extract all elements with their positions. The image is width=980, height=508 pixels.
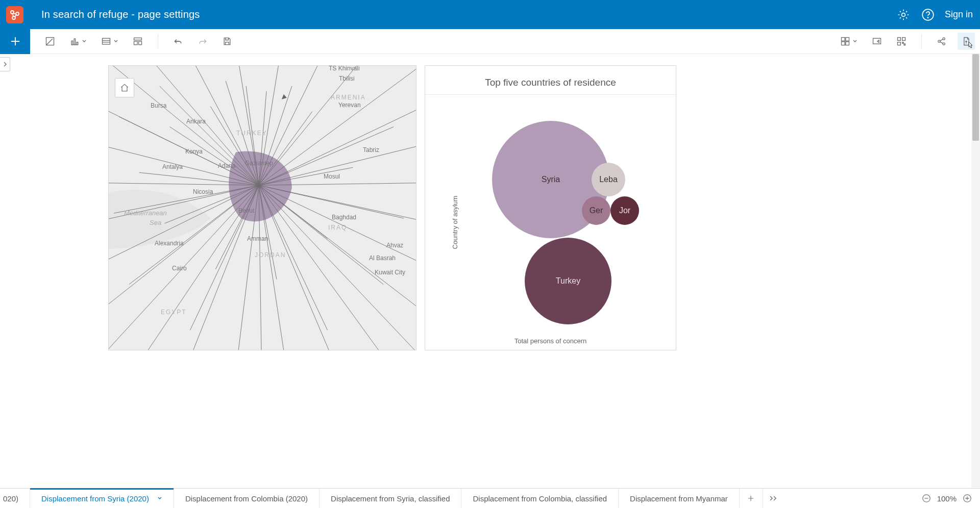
undo-button[interactable] bbox=[169, 33, 187, 50]
svg-rect-15 bbox=[846, 38, 849, 41]
map-card-button[interactable] bbox=[41, 33, 59, 50]
svg-rect-10 bbox=[103, 38, 110, 44]
table-card-button[interactable] bbox=[97, 33, 122, 50]
sign-in-link[interactable]: Sign in bbox=[945, 9, 973, 20]
svg-rect-20 bbox=[902, 38, 905, 41]
svg-rect-12 bbox=[134, 41, 138, 45]
sea-label: Sea bbox=[150, 219, 161, 226]
tab-label: Displacement from Syria (2020) bbox=[41, 494, 149, 503]
sea-label: Mediterranean bbox=[124, 209, 167, 217]
city-label: Ankara bbox=[186, 118, 206, 125]
svg-rect-11 bbox=[134, 38, 142, 40]
tab-item[interactable]: Displacement from Colombia (2020) bbox=[174, 489, 320, 508]
gear-icon bbox=[897, 8, 910, 21]
chevron-right-icon bbox=[3, 62, 8, 67]
settings-button[interactable] bbox=[896, 7, 911, 22]
map-home-button[interactable] bbox=[115, 78, 134, 97]
help-button[interactable] bbox=[920, 7, 936, 22]
add-page-button[interactable] bbox=[740, 489, 763, 508]
share-icon bbox=[937, 36, 947, 46]
city-label: Beirut bbox=[238, 207, 254, 214]
chevron-down-icon bbox=[852, 39, 857, 44]
tab-label: 020) bbox=[3, 494, 18, 503]
keyboard-shortcuts-button[interactable] bbox=[893, 33, 910, 50]
zoom-out-button[interactable] bbox=[921, 493, 932, 504]
bubble-chart-card[interactable]: Top five countries of residence Country … bbox=[425, 65, 676, 350]
more-pages-button[interactable] bbox=[763, 489, 785, 508]
table-icon bbox=[101, 36, 111, 46]
bubble[interactable]: Jor bbox=[610, 196, 639, 225]
vertical-scrollbar[interactable] bbox=[971, 54, 980, 488]
zoom-out-icon bbox=[922, 494, 931, 503]
country-label: JORDAN bbox=[255, 251, 286, 259]
city-label: Antalya bbox=[162, 163, 183, 170]
bubble[interactable]: Ger bbox=[582, 196, 610, 225]
layout-icon bbox=[133, 36, 143, 46]
svg-rect-17 bbox=[846, 42, 849, 45]
city-label: Kuwait City bbox=[375, 269, 405, 276]
bubble[interactable]: Turkey bbox=[525, 238, 611, 324]
share-button[interactable] bbox=[933, 33, 950, 50]
city-label: Mosul bbox=[324, 173, 340, 180]
map-card[interactable]: TS KhinvaliTbilisiYerevanTabrizMosulBagh… bbox=[108, 65, 416, 350]
city-label: Bursa bbox=[151, 102, 166, 109]
bubble[interactable]: Leba bbox=[592, 163, 625, 196]
svg-rect-13 bbox=[139, 41, 142, 45]
bubble-chart-title: Top five countries of residence bbox=[425, 66, 676, 95]
zoom-in-icon bbox=[963, 494, 972, 503]
redo-button[interactable] bbox=[194, 33, 211, 50]
city-label: Amman bbox=[247, 235, 268, 242]
svg-rect-18 bbox=[873, 38, 881, 44]
city-label: Gaziantep bbox=[245, 160, 273, 167]
country-label: TURKEY bbox=[236, 130, 267, 137]
city-label: TS Khinvali bbox=[329, 65, 360, 72]
chevron-down-icon bbox=[82, 39, 87, 44]
bubble-chart-body: Country of asylum Total persons of conce… bbox=[425, 95, 676, 350]
chevron-double-right-icon bbox=[769, 495, 778, 501]
svg-rect-9 bbox=[77, 42, 78, 45]
city-label: Baghdad bbox=[332, 214, 356, 221]
expand-data-pane[interactable] bbox=[0, 57, 10, 71]
tab-active[interactable]: Displacement from Syria (2020) bbox=[30, 489, 174, 508]
page-title: In search of refuge - page settings bbox=[41, 9, 200, 20]
city-label: Cairo bbox=[172, 265, 187, 272]
zoom-value: 100% bbox=[937, 494, 957, 503]
city-label: Nicosia bbox=[193, 188, 213, 195]
tab-item[interactable]: Displacement from Colombia, classified bbox=[461, 489, 619, 508]
zoom-in-button[interactable] bbox=[962, 493, 973, 504]
presentation-button[interactable] bbox=[868, 33, 886, 50]
chevron-down-icon bbox=[113, 39, 118, 44]
x-axis-label: Total persons of concern bbox=[425, 337, 676, 345]
svg-rect-8 bbox=[74, 39, 76, 45]
svg-rect-7 bbox=[71, 41, 73, 45]
add-button[interactable] bbox=[0, 29, 30, 54]
grid-icon bbox=[840, 36, 850, 46]
publish-button[interactable] bbox=[958, 33, 975, 50]
basemap-button[interactable] bbox=[837, 33, 861, 50]
plus-icon bbox=[747, 494, 755, 502]
city-label: Tabriz bbox=[363, 146, 379, 154]
zoom-controls: 100% bbox=[914, 489, 980, 508]
country-label: ARMENIA bbox=[331, 94, 366, 101]
city-label: Yerevan bbox=[338, 101, 361, 109]
plus-icon bbox=[10, 36, 21, 47]
tab-label: Displacement from Colombia, classified bbox=[473, 494, 607, 503]
canvas-area: TS KhinvaliTbilisiYerevanTabrizMosulBagh… bbox=[0, 54, 980, 488]
country-label: IRAQ bbox=[328, 224, 347, 231]
widget-button[interactable] bbox=[129, 33, 146, 50]
app-header: In search of refuge - page settings Sign… bbox=[0, 0, 980, 29]
save-button[interactable] bbox=[218, 33, 236, 50]
bar-chart-icon bbox=[69, 36, 80, 46]
tab-item[interactable]: Displacement from Syria, classified bbox=[320, 489, 461, 508]
chart-card-button[interactable] bbox=[66, 33, 90, 50]
tab-partial-prev[interactable]: 020) bbox=[0, 489, 30, 508]
city-label: Ahvaz bbox=[386, 242, 403, 249]
redo-icon bbox=[198, 36, 208, 46]
svg-rect-16 bbox=[842, 42, 845, 45]
screen-icon bbox=[872, 36, 882, 46]
app-logo bbox=[0, 0, 29, 29]
tab-label: Displacement from Colombia (2020) bbox=[185, 494, 308, 503]
tab-item[interactable]: Displacement from Myanmar bbox=[619, 489, 740, 508]
svg-rect-19 bbox=[898, 38, 901, 41]
undo-icon bbox=[173, 36, 183, 46]
